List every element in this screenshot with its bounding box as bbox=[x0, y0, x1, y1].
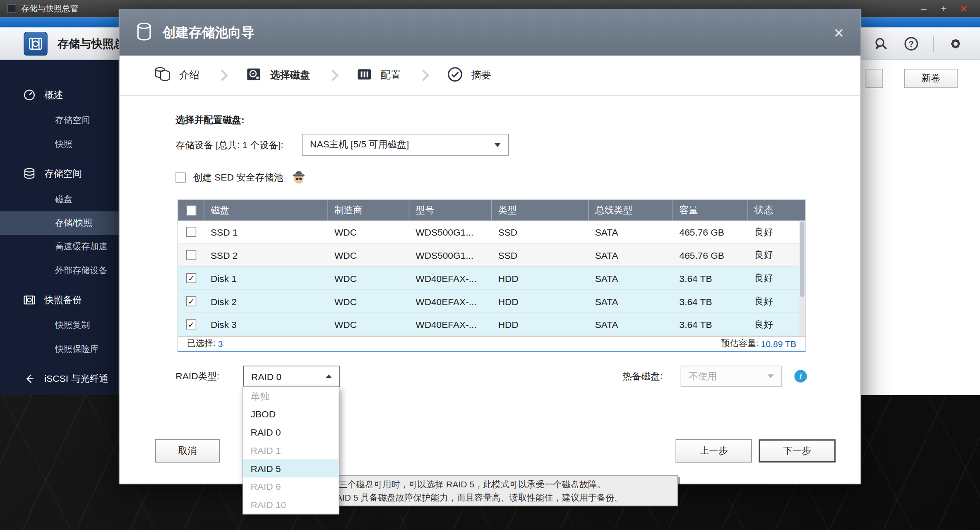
table-row[interactable]: SSD 1 WDC WDS500G1... SSD SATA 465.76 GB… bbox=[178, 221, 805, 244]
help-icon[interactable]: ? bbox=[903, 36, 919, 52]
column-manufacturer[interactable]: 制造商 bbox=[328, 200, 409, 221]
cell-type: SSD bbox=[492, 244, 589, 266]
cell-bus-type: SATA bbox=[589, 244, 673, 266]
sed-label: 创建 SED 安全存储池 bbox=[193, 171, 283, 183]
raid-type-label: RAID类型: bbox=[175, 366, 219, 387]
raid-option[interactable]: RAID 5 bbox=[243, 459, 339, 477]
step-summary[interactable]: 摘要 bbox=[446, 65, 491, 85]
cell-bus-type: SATA bbox=[589, 267, 673, 289]
cell-capacity: 3.64 TB bbox=[673, 313, 748, 335]
sed-checkbox[interactable] bbox=[175, 173, 185, 183]
step-introduction[interactable]: 介绍 bbox=[153, 65, 199, 85]
previous-button[interactable]: 上一步 bbox=[676, 439, 752, 463]
hot-spare-select[interactable]: 不使用 bbox=[681, 366, 782, 387]
header-divider bbox=[933, 36, 934, 52]
sidebar-item-storage-section[interactable]: 存储空间 bbox=[0, 160, 119, 187]
column-disk[interactable]: 磁盘 bbox=[204, 200, 328, 221]
new-volume-button[interactable]: 新卷 bbox=[904, 69, 957, 88]
cell-status: 良好 bbox=[748, 267, 805, 289]
maximize-button[interactable]: + bbox=[935, 3, 952, 15]
cell-status: 良好 bbox=[748, 313, 805, 335]
cell-capacity: 465.76 GB bbox=[673, 244, 748, 266]
next-button[interactable]: 下一步 bbox=[759, 439, 836, 463]
raid-type-select[interactable]: RAID 0 bbox=[243, 366, 340, 387]
wizard-header: 创建存储池向导 ✕ bbox=[119, 10, 860, 56]
select-all-checkbox[interactable] bbox=[186, 205, 196, 215]
tools-icon[interactable] bbox=[873, 36, 889, 52]
window-title: 存储与快照总管 bbox=[21, 3, 78, 14]
storage-app-icon bbox=[24, 31, 47, 55]
chevron-down-icon bbox=[495, 143, 501, 150]
close-window-button[interactable]: ✕ bbox=[955, 3, 973, 15]
chevron-up-icon bbox=[326, 371, 332, 378]
check-circle-icon bbox=[446, 65, 464, 85]
minimize-button[interactable]: – bbox=[915, 3, 932, 15]
table-scrollbar[interactable] bbox=[800, 221, 805, 336]
cell-manufacturer: WDC bbox=[328, 313, 409, 335]
step-select-disks[interactable]: 选择磁盘 bbox=[245, 65, 310, 85]
scrollbar-thumb[interactable] bbox=[800, 222, 805, 297]
column-status[interactable]: 状态 bbox=[748, 200, 805, 221]
chevron-right-icon bbox=[327, 70, 339, 81]
storage-device-select[interactable]: NAS主机 [5/5 可用磁盘] bbox=[302, 134, 509, 156]
raid-option[interactable]: RAID 0 bbox=[243, 423, 339, 441]
raid-option[interactable]: RAID 10 bbox=[243, 496, 339, 514]
disk-icon bbox=[245, 65, 262, 85]
column-bus-type[interactable]: 总线类型 bbox=[589, 200, 673, 221]
row-checkbox[interactable] bbox=[186, 296, 196, 306]
cancel-button[interactable]: 取消 bbox=[155, 439, 220, 463]
cell-model: WDS500G1... bbox=[409, 244, 492, 266]
sidebar-item-storage-snapshot[interactable]: 存储/快照 bbox=[0, 211, 119, 235]
sidebar-item-snapshot-replica[interactable]: 快照复制 bbox=[0, 314, 119, 337]
cell-status: 良好 bbox=[748, 244, 805, 266]
iscsi-icon bbox=[22, 372, 36, 385]
info-icon[interactable] bbox=[794, 370, 807, 383]
raid5-tooltip: 有三个磁盘可用时，可以选择 RAID 5，此模式可以承受一个磁盘故障。 RAID… bbox=[311, 475, 678, 506]
disks-icon bbox=[22, 167, 36, 181]
sidebar-item-disks[interactable]: 磁盘 bbox=[0, 188, 119, 211]
chevron-down-icon bbox=[768, 374, 774, 381]
cell-bus-type: SATA bbox=[589, 290, 673, 312]
row-checkbox[interactable] bbox=[186, 227, 196, 237]
table-row[interactable]: Disk 1 WDC WD40EFAX-... HDD SATA 3.64 TB… bbox=[178, 267, 805, 290]
table-footer: 已选择: 3 预估容量: 10.89 TB bbox=[178, 336, 805, 351]
cell-type: SSD bbox=[492, 221, 589, 243]
raid-option[interactable]: 单独 bbox=[243, 387, 339, 405]
cell-status: 良好 bbox=[748, 221, 805, 243]
wizard-title: 创建存储池向导 bbox=[163, 24, 255, 41]
raid-option[interactable]: JBOD bbox=[243, 405, 339, 423]
configure-icon bbox=[355, 65, 373, 85]
sidebar-item-overview[interactable]: 概述 bbox=[0, 81, 119, 108]
cell-manufacturer: WDC bbox=[328, 267, 409, 289]
table-row[interactable]: Disk 3 WDC WD40EFAX-... HDD SATA 3.64 TB… bbox=[178, 313, 805, 336]
selected-count-label: 已选择: bbox=[187, 338, 216, 349]
cell-type: HDD bbox=[492, 290, 589, 312]
sidebar-item-iscsi[interactable]: iSCSI 与光纤通 bbox=[0, 365, 119, 393]
cell-manufacturer: WDC bbox=[328, 290, 409, 312]
column-capacity[interactable]: 容量 bbox=[673, 200, 748, 221]
cell-model: WD40EFAX-... bbox=[409, 267, 492, 289]
cell-manufacturer: WDC bbox=[328, 221, 409, 243]
sidebar-item-external-storage[interactable]: 外部存储设备 bbox=[0, 259, 119, 282]
raid-option[interactable]: RAID 1 bbox=[243, 441, 339, 460]
table-row[interactable]: Disk 2 WDC WD40EFAX-... HDD SATA 3.64 TB… bbox=[178, 290, 805, 313]
raid-option[interactable]: RAID 6 bbox=[243, 477, 339, 496]
chevron-right-icon bbox=[418, 70, 429, 81]
toolbar-button-partial[interactable] bbox=[866, 69, 883, 88]
tooltip-line-2: RAID 5 具备磁盘故障保护能力，而且容量高、读取性能佳，建议用于备份。 bbox=[330, 491, 671, 504]
row-checkbox[interactable] bbox=[186, 250, 196, 260]
sidebar-item-snapshot-backup[interactable]: 快照备份 bbox=[0, 286, 119, 313]
sidebar-item-storage-space[interactable]: 存储空间 bbox=[0, 109, 119, 132]
sidebar-item-snapshot-vault[interactable]: 快照保险库 bbox=[0, 337, 119, 361]
step-configure[interactable]: 配置 bbox=[355, 65, 401, 85]
row-checkbox[interactable] bbox=[186, 273, 196, 283]
gear-icon[interactable] bbox=[947, 36, 963, 52]
column-model[interactable]: 型号 bbox=[409, 200, 492, 221]
close-dialog-icon[interactable]: ✕ bbox=[833, 26, 845, 39]
sidebar-item-snapshot[interactable]: 快照 bbox=[0, 132, 119, 156]
sidebar-item-cache-acceleration[interactable]: 高速缓存加速 bbox=[0, 235, 119, 259]
column-type[interactable]: 类型 bbox=[492, 200, 589, 221]
row-checkbox[interactable] bbox=[186, 319, 196, 329]
table-row[interactable]: SSD 2 WDC WDS500G1... SSD SATA 465.76 GB… bbox=[178, 244, 805, 267]
cell-capacity: 465.76 GB bbox=[673, 221, 748, 243]
